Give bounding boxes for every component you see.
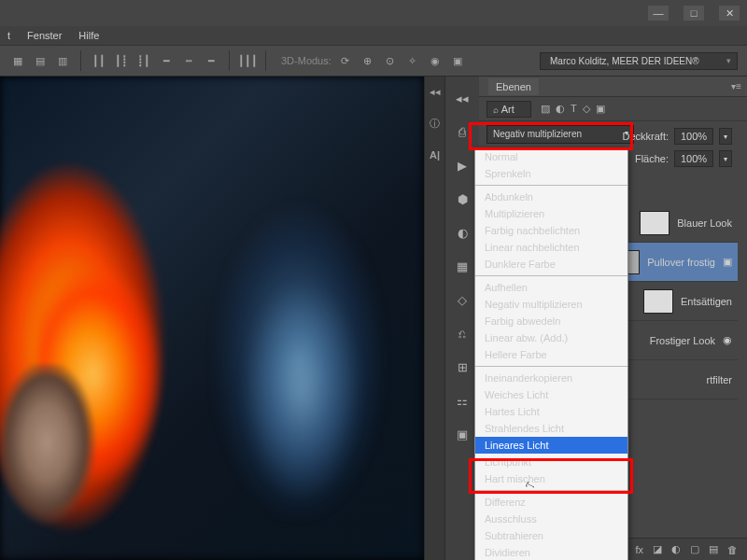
- menu-item[interactable]: t: [7, 30, 10, 41]
- blend-option-selected[interactable]: Lineares Licht: [475, 437, 627, 454]
- minimize-button[interactable]: —: [648, 6, 669, 21]
- panel-icon[interactable]: ⊞: [452, 357, 472, 377]
- tab-ebenen[interactable]: Ebenen: [488, 78, 539, 95]
- smartobject-icon: ▣: [723, 256, 732, 268]
- blend-option[interactable]: Subtrahieren: [475, 527, 627, 544]
- 3d-icon[interactable]: ✧: [404, 52, 421, 69]
- 3d-icon[interactable]: ⊙: [382, 52, 399, 69]
- align-icon[interactable]: ▤: [32, 52, 49, 69]
- blend-option[interactable]: Differenz: [475, 494, 627, 511]
- distribute-icon[interactable]: ━: [203, 52, 219, 69]
- layer-thumb: [643, 289, 673, 314]
- blend-option[interactable]: Ineinanderkopieren: [475, 370, 627, 386]
- blend-option[interactable]: Weiches Licht: [475, 386, 627, 403]
- blend-option[interactable]: Farbig nachbelichten: [475, 222, 627, 239]
- distribute-icon[interactable]: ┋┃: [135, 52, 152, 69]
- artwork-hand: [0, 364, 112, 560]
- layer-thumb: [640, 211, 669, 235]
- blend-mode-dropdown[interactable]: Normal Sprenkeln Abdunkeln Multipliziere…: [474, 147, 628, 560]
- blend-option[interactable]: Normal: [475, 148, 627, 165]
- panel-icon[interactable]: ◇: [452, 289, 472, 310]
- 3d-icon[interactable]: ◉: [427, 52, 444, 69]
- blend-option[interactable]: Hartes Licht: [475, 403, 627, 420]
- mode-label: 3D-Modus:: [281, 55, 331, 66]
- panel-icon[interactable]: ⎙: [452, 121, 472, 142]
- blend-option[interactable]: Ausschluss: [475, 511, 627, 527]
- layer-filter-row: ⌕ Art ▨ ◐ T ◇ ▣: [479, 97, 747, 121]
- blend-option[interactable]: Aufhellen: [475, 279, 627, 296]
- workspace-selector[interactable]: Marco Kolditz, MEER DER IDEEN®: [540, 52, 738, 70]
- layer-name: rtfilter: [707, 374, 733, 385]
- play-icon[interactable]: ▶: [452, 155, 472, 175]
- blend-option[interactable]: Sprenkeln: [475, 165, 627, 182]
- distribute-icon[interactable]: ┅: [180, 52, 197, 69]
- panel-icon[interactable]: ▣: [452, 424, 472, 444]
- distribute-icon[interactable]: ┃┋: [113, 52, 130, 69]
- adjustment-icon[interactable]: ◐: [452, 222, 472, 243]
- fill-label: Fläche:: [635, 153, 669, 164]
- menu-item-hilfe[interactable]: Hilfe: [78, 30, 99, 41]
- layer-name: Blauer Look: [677, 217, 732, 229]
- panel-menu-icon[interactable]: ▾≡: [731, 81, 741, 91]
- collapsed-panel-rail: ◂◂ ⓘ A|: [424, 77, 444, 560]
- filter-type-icon[interactable]: T: [571, 103, 577, 115]
- options-toolbar: ▦ ▤ ▥ ┃┃ ┃┋ ┋┃ ━ ┅ ━ ┃┃┃ 3D-Modus: ⟳ ⊕ ⊙…: [0, 45, 747, 77]
- blend-option[interactable]: Dividieren: [475, 544, 627, 560]
- fx-icon[interactable]: fx: [635, 544, 643, 555]
- menu-item-fenster[interactable]: Fenster: [27, 30, 62, 41]
- mask-icon[interactable]: ◪: [653, 543, 662, 555]
- panel-tabs: Ebenen ▾≡: [479, 77, 747, 97]
- opacity-slider-toggle[interactable]: ▾: [719, 128, 732, 145]
- opacity-label: Deckkraft:: [622, 131, 669, 142]
- 3d-icon[interactable]: ⊕: [359, 52, 376, 69]
- swatches-icon[interactable]: ⬢: [452, 189, 472, 209]
- panel-icon[interactable]: ⚏: [452, 390, 472, 411]
- maximize-button[interactable]: □: [684, 6, 704, 21]
- fill-input[interactable]: 100%: [674, 150, 713, 167]
- filter-shape-icon[interactable]: ◇: [583, 103, 590, 115]
- align-icon[interactable]: ▦: [9, 52, 26, 69]
- layer-filter-kind[interactable]: ⌕ Art: [486, 101, 531, 118]
- window-titlebar: — □ ✕: [0, 0, 747, 26]
- menubar: t Fenster Hilfe: [0, 26, 747, 45]
- layer-name: Frostiger Look: [650, 335, 715, 346]
- blend-option[interactable]: Linear nachbelichten: [475, 239, 627, 256]
- panel-icon[interactable]: ⎌: [452, 323, 472, 343]
- blend-option[interactable]: Linear abw. (Add.): [475, 329, 627, 346]
- group-icon[interactable]: ▢: [690, 543, 699, 555]
- blend-option[interactable]: Hart mischen: [475, 470, 627, 487]
- filter-smart-icon[interactable]: ▣: [596, 103, 605, 115]
- filter-pixel-icon[interactable]: ▨: [541, 103, 550, 115]
- blend-option[interactable]: Abdunkeln: [475, 189, 627, 205]
- blend-option[interactable]: Strahlendes Licht: [475, 420, 627, 437]
- close-button[interactable]: ✕: [719, 6, 740, 21]
- distribute-icon[interactable]: ┃┃┃: [239, 52, 256, 69]
- new-layer-icon[interactable]: ▤: [709, 543, 718, 555]
- 3d-icon[interactable]: ▣: [449, 52, 466, 69]
- opacity-input[interactable]: 100%: [674, 128, 713, 145]
- distribute-icon[interactable]: ┃┃: [91, 52, 107, 69]
- blend-option[interactable]: Farbig abwedeln: [475, 313, 627, 329]
- distribute-icon[interactable]: ━: [158, 52, 175, 69]
- blend-mode-select[interactable]: Negativ multiplizieren: [486, 125, 634, 144]
- fill-slider-toggle[interactable]: ▾: [719, 150, 732, 167]
- blend-option[interactable]: Lichtpunkt: [475, 454, 627, 470]
- styles-icon[interactable]: ▦: [452, 256, 472, 276]
- adjustment-icon[interactable]: ◐: [671, 543, 681, 555]
- expand-icon[interactable]: ◂◂: [452, 88, 472, 108]
- blend-option[interactable]: Dunklere Farbe: [475, 256, 627, 273]
- 3d-icon[interactable]: ⟳: [337, 52, 354, 69]
- layer-name: Entsättigen: [681, 296, 732, 307]
- document-canvas[interactable]: [0, 77, 424, 560]
- trash-icon[interactable]: 🗑: [727, 544, 738, 555]
- blend-option[interactable]: Multiplizieren: [475, 205, 627, 222]
- visibility-icon[interactable]: ◉: [723, 334, 732, 346]
- filter-adjust-icon[interactable]: ◐: [556, 103, 565, 115]
- info-icon[interactable]: ⓘ: [428, 116, 443, 131]
- char-panel-icon[interactable]: A|: [428, 147, 443, 162]
- blend-option[interactable]: Negativ multiplizieren: [475, 296, 627, 313]
- artwork-smoke: [205, 245, 420, 560]
- expand-icon[interactable]: ◂◂: [428, 84, 443, 99]
- align-icon[interactable]: ▥: [54, 52, 71, 69]
- blend-option[interactable]: Hellere Farbe: [475, 346, 627, 363]
